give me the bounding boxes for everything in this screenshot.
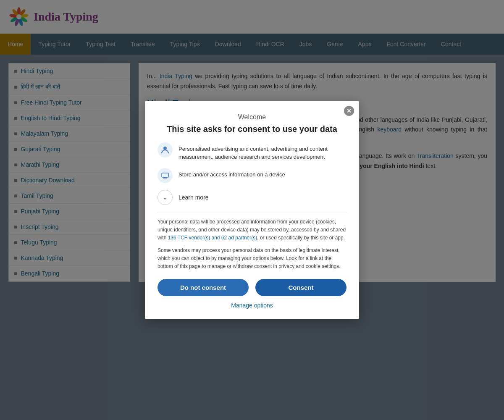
chevron-down-icon: ⌄ [163, 194, 168, 201]
consent-text-device: Store and/or access information on a dev… [178, 168, 285, 179]
svg-rect-11 [162, 173, 168, 177]
learn-more-button[interactable]: ⌄ [158, 190, 173, 205]
tcf-vendors-link[interactable]: 136 TCF vendor(s) and 62 ad partner(s) [168, 235, 257, 241]
modal-divider [158, 212, 346, 212]
consent-modal: ✕ Welcome This site asks for consent to … [145, 101, 359, 319]
modal-title-large: This site asks for consent to use your d… [158, 124, 346, 134]
modal-body-text1: Your personal data will be processed and… [158, 218, 346, 242]
modal-overlay[interactable]: ✕ Welcome This site asks for consent to … [0, 0, 504, 420]
svg-point-10 [163, 147, 167, 150]
body-text1-suffix: , or used specifically by this site or a… [257, 235, 345, 241]
person-icon [158, 142, 173, 158]
manage-options-link[interactable]: Manage options [158, 302, 346, 309]
do-not-consent-button[interactable]: Do not consent [158, 279, 249, 296]
modal-close-button[interactable]: ✕ [344, 106, 354, 116]
consent-item-device: Store and/or access information on a dev… [158, 168, 346, 183]
modal-title-small: Welcome [158, 113, 346, 121]
modal-buttons: Do not consent Consent [158, 279, 346, 296]
close-icon: ✕ [346, 108, 352, 114]
learn-more-label[interactable]: Learn more [178, 194, 209, 201]
learn-more-item: ⌄ Learn more [158, 190, 346, 205]
device-icon [158, 168, 173, 183]
consent-item-advertising: Personalised advertising and content, ad… [158, 142, 346, 161]
modal-body-text2: Some vendors may process your personal d… [158, 247, 346, 271]
consent-text-advertising: Personalised advertising and content, ad… [178, 142, 346, 161]
consent-button[interactable]: Consent [255, 279, 346, 296]
